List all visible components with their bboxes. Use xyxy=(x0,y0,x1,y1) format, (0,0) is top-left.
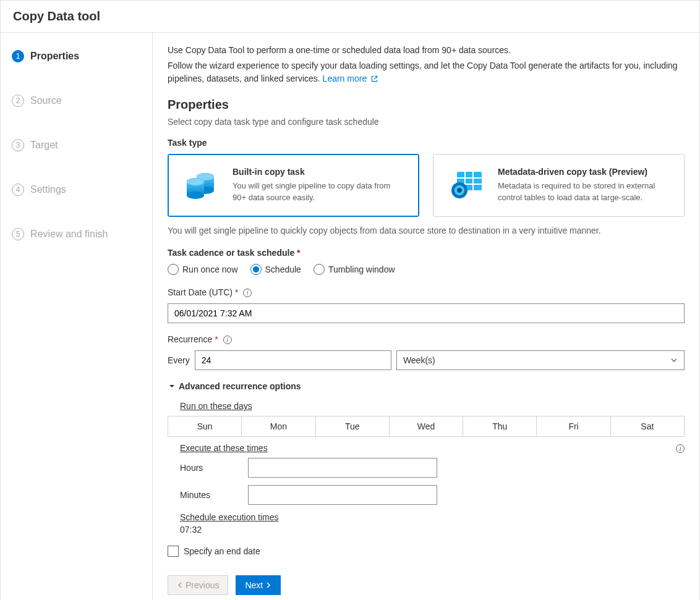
step-number: 4 xyxy=(12,184,24,196)
previous-button: Previous xyxy=(168,575,228,595)
radio-icon xyxy=(314,264,325,275)
caret-down-icon xyxy=(169,383,175,389)
step-number: 5 xyxy=(12,228,24,240)
hours-input[interactable] xyxy=(248,458,437,478)
minutes-row: Minutes xyxy=(168,485,685,505)
main-panel: Use Copy Data Tool to perform a one-time… xyxy=(153,33,699,600)
wizard-footer: Previous Next xyxy=(168,557,685,595)
required-marker: * xyxy=(297,248,300,258)
step-number: 1 xyxy=(12,50,24,62)
required-marker: * xyxy=(215,334,218,344)
recurrence-label: Recurrence * i xyxy=(168,334,685,344)
properties-heading: Properties xyxy=(168,98,685,112)
chevron-right-icon xyxy=(265,582,271,588)
radio-schedule[interactable]: Schedule xyxy=(250,264,301,275)
schedule-execution-block: Schedule execution times 07:32 xyxy=(168,512,685,535)
card-title: Metadata-driven copy task (Preview) xyxy=(498,167,670,177)
learn-more-label: Learn more xyxy=(323,74,367,83)
run-on-days-label: Run on these days xyxy=(180,401,685,411)
properties-subtitle: Select copy data task type and configure… xyxy=(168,117,685,127)
step-properties[interactable]: 1 Properties xyxy=(1,45,147,67)
card-text: Metadata-driven copy task (Preview) Meta… xyxy=(498,167,670,204)
cadence-radio-group: Run once now Schedule Tumbling window xyxy=(168,264,685,275)
cadence-label-text: Task cadence or task schedule xyxy=(168,248,294,258)
step-label: Properties xyxy=(30,51,79,62)
day-mon[interactable]: Mon xyxy=(242,416,315,436)
step-label: Review and finish xyxy=(30,229,108,240)
intro-line-1: Use Copy Data Tool to perform a one-time… xyxy=(168,44,685,57)
every-label: Every xyxy=(168,355,190,365)
step-target[interactable]: 3 Target xyxy=(1,134,147,156)
card-desc: You will get single pipeline to copy dat… xyxy=(233,180,405,204)
day-wed[interactable]: Wed xyxy=(390,416,463,436)
chevron-down-icon xyxy=(670,357,678,364)
info-icon[interactable]: i xyxy=(243,289,252,297)
step-number: 2 xyxy=(12,95,24,107)
step-label: Source xyxy=(30,95,62,106)
intro-text: Follow the wizard experience to specify … xyxy=(168,61,678,83)
start-date-field: Start Date (UTC) * i xyxy=(168,287,685,323)
day-tue[interactable]: Tue xyxy=(316,416,390,436)
wizard-sidebar: 1 Properties 2 Source 3 Target 4 Setting… xyxy=(1,33,153,600)
minutes-input[interactable] xyxy=(248,485,437,505)
hours-label: Hours xyxy=(180,463,248,473)
advanced-recurrence-toggle[interactable]: Advanced recurrence options xyxy=(168,381,685,391)
day-thu[interactable]: Thu xyxy=(463,416,537,436)
step-label: Target xyxy=(30,140,58,151)
end-date-checkbox[interactable] xyxy=(168,546,179,557)
task-type-cards: Built-in copy task You will get single p… xyxy=(168,154,685,217)
svg-point-15 xyxy=(457,188,462,193)
cadence-label: Task cadence or task schedule * xyxy=(168,248,685,258)
window-body: 1 Properties 2 Source 3 Target 4 Setting… xyxy=(1,33,699,600)
svg-point-6 xyxy=(187,192,204,199)
chevron-left-icon xyxy=(177,582,183,588)
recurrence-every-input[interactable] xyxy=(195,350,391,370)
intro-line-2: Follow the wizard experience to specify … xyxy=(168,59,685,85)
card-title: Built-in copy task xyxy=(233,167,405,177)
required-marker: * xyxy=(235,287,238,297)
recurrence-row: Every Week(s) xyxy=(168,350,685,370)
step-label: Settings xyxy=(30,184,66,195)
recurrence-label-text: Recurrence xyxy=(168,334,212,344)
minutes-label: Minutes xyxy=(180,490,248,500)
previous-label: Previous xyxy=(186,580,219,590)
recurrence-unit-select[interactable]: Week(s) xyxy=(396,350,685,370)
recurrence-field: Recurrence * i Every Week(s) xyxy=(168,334,685,370)
task-type-helper: You will get single pipeline to quickly … xyxy=(168,226,685,235)
step-number: 3 xyxy=(12,139,24,151)
schedule-execution-label: Schedule execution times xyxy=(180,512,685,522)
radio-icon xyxy=(250,264,262,275)
step-review[interactable]: 5 Review and finish xyxy=(1,223,147,245)
svg-point-7 xyxy=(187,178,204,185)
day-sun[interactable]: Sun xyxy=(168,416,242,436)
start-date-label: Start Date (UTC) * i xyxy=(168,287,685,297)
database-icon xyxy=(182,167,221,201)
info-icon[interactable]: i xyxy=(223,336,232,344)
radio-label: Schedule xyxy=(265,264,301,274)
card-metadata-driven-copy-task[interactable]: Metadata-driven copy task (Preview) Meta… xyxy=(433,154,685,217)
day-fri[interactable]: Fri xyxy=(537,416,610,436)
card-desc: Metadata is required to be stored in ext… xyxy=(498,180,670,204)
day-sat[interactable]: Sat xyxy=(611,416,684,436)
step-settings[interactable]: 4 Settings xyxy=(1,179,147,201)
step-source[interactable]: 2 Source xyxy=(1,90,147,112)
radio-icon xyxy=(168,264,179,275)
select-value: Week(s) xyxy=(403,355,435,365)
next-label: Next xyxy=(245,580,263,590)
start-date-input[interactable] xyxy=(168,303,685,323)
execute-times-label: Execute at these times xyxy=(180,443,685,453)
learn-more-link[interactable]: Learn more xyxy=(323,74,378,83)
metadata-table-icon xyxy=(447,167,487,201)
radio-run-once-now[interactable]: Run once now xyxy=(168,264,238,275)
radio-label: Run once now xyxy=(182,264,238,274)
card-text: Built-in copy task You will get single p… xyxy=(233,167,405,204)
card-builtin-copy-task[interactable]: Built-in copy task You will get single p… xyxy=(168,154,419,217)
radio-tumbling-window[interactable]: Tumbling window xyxy=(314,264,395,275)
end-date-row: Specify an end date xyxy=(168,546,685,557)
next-button[interactable]: Next xyxy=(236,575,281,595)
start-date-label-text: Start Date (UTC) xyxy=(168,287,233,297)
advanced-recurrence-content: Run on these days Sun Mon Tue Wed Thu Fr… xyxy=(168,401,685,557)
days-picker: Sun Mon Tue Wed Thu Fri Sat xyxy=(168,416,685,437)
end-date-label: Specify an end date xyxy=(184,546,260,556)
copy-data-tool-window: Copy Data tool 1 Properties 2 Source 3 T… xyxy=(0,0,700,600)
